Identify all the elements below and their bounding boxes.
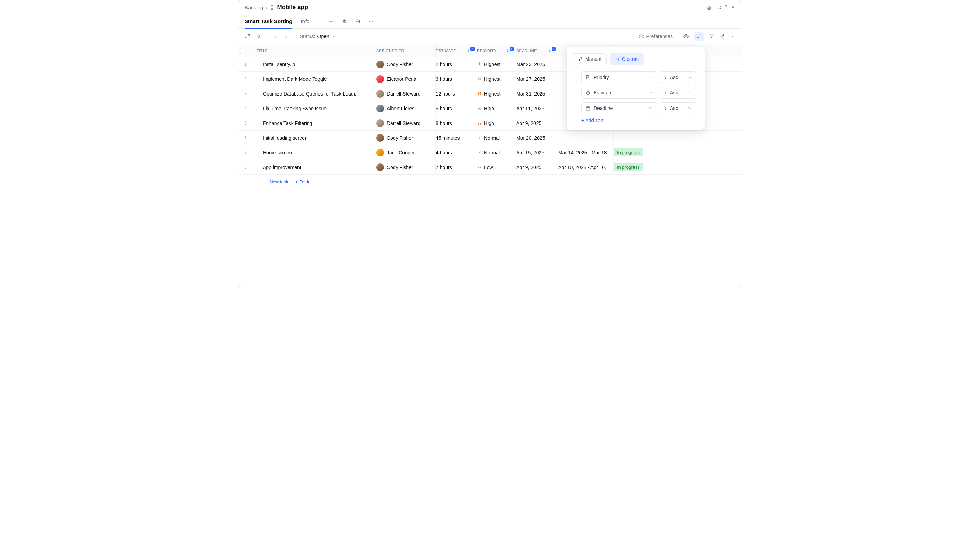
deadline-cell[interactable]: Mar 20, 2025 <box>516 130 558 145</box>
table-row[interactable]: 6Initial loading screenCody Fisher45 min… <box>238 130 742 145</box>
tab-smart-sorting[interactable]: Smart Task Sorting <box>245 14 292 28</box>
avatar <box>376 149 384 157</box>
sort-field-select[interactable]: Deadline <box>582 102 657 114</box>
search-icon[interactable] <box>256 33 262 39</box>
deadline-cell[interactable]: Apr 11, 2025 <box>516 101 558 115</box>
priority-cell[interactable]: High <box>477 101 516 115</box>
svg-point-21 <box>685 36 687 37</box>
collapse-all-icon[interactable] <box>273 34 278 39</box>
task-title[interactable]: Enhance Task Filtering <box>253 116 376 130</box>
filter-rows-icon[interactable] <box>283 34 288 39</box>
assignee-name: Cody Fisher <box>387 62 413 67</box>
task-title[interactable]: Initial loading screen <box>253 130 376 145</box>
estimate-cell[interactable]: 4 hours <box>436 145 477 160</box>
assignee-cell[interactable]: Eleanor Pena <box>376 72 436 86</box>
column-header-assigned[interactable]: Assigned To <box>376 45 436 57</box>
header-stat-alt[interactable]: 1 <box>706 5 714 10</box>
assignee-name: Cody Fisher <box>387 165 413 170</box>
status-cell[interactable]: In progress <box>613 160 658 174</box>
expand-icon[interactable] <box>245 33 250 39</box>
more-icon[interactable] <box>368 18 374 25</box>
status-cell[interactable] <box>613 130 658 145</box>
priority-cell[interactable]: Normal <box>477 130 516 145</box>
select-all-checkbox[interactable] <box>240 48 245 53</box>
deadline-cell[interactable]: Mar 23, 2025 <box>516 57 558 72</box>
table-row[interactable]: 7Home screenJane Cooper4 hoursNormalApr … <box>238 145 742 160</box>
deadline-cell[interactable]: Apr 15, 2025 <box>516 145 558 160</box>
duration-cell[interactable] <box>558 130 613 145</box>
task-title[interactable]: Fix Time Tracking Sync Issue <box>253 101 376 115</box>
tab-info[interactable]: Info <box>301 14 309 28</box>
column-header-estimate[interactable]: Estimate 2 <box>436 45 477 57</box>
column-header-title[interactable]: Title <box>253 45 376 57</box>
sort-direction-select[interactable]: Asc <box>660 102 696 114</box>
table-row[interactable]: 8App improvementCody Fisher7 hoursLowApr… <box>238 160 742 175</box>
row-number: 8 <box>238 160 253 174</box>
assignee-cell[interactable]: Cody Fisher <box>376 160 436 174</box>
image-icon[interactable] <box>355 18 361 25</box>
column-header-deadline[interactable]: Deadline 3 <box>516 45 558 57</box>
priority-cell[interactable]: Low <box>477 160 516 174</box>
sort-direction-select[interactable]: Asc <box>660 87 696 99</box>
assignee-cell[interactable]: Darrell Steward <box>376 87 436 101</box>
avatar <box>376 90 384 98</box>
assignee-cell[interactable]: Darrell Steward <box>376 116 436 130</box>
duration-cell[interactable]: Apr 10, 2023 - Apr 10, <box>558 160 613 174</box>
priority-cell[interactable]: Highest <box>477 72 516 86</box>
sort-field-select[interactable]: Priority <box>582 72 657 83</box>
assignee-cell[interactable]: Jane Cooper <box>376 145 436 160</box>
deadline-cell[interactable]: Mar 31, 2025 <box>516 87 558 101</box>
deadline-cell[interactable]: Apr 9, 2025 <box>516 160 558 174</box>
status-badge: In progress <box>613 148 643 157</box>
assignee-cell[interactable]: Albert Flores <box>376 101 436 115</box>
task-title[interactable]: Home screen <box>253 145 376 160</box>
estimate-cell[interactable]: 7 hours <box>436 160 477 174</box>
estimate-cell[interactable]: 3 hours <box>436 72 477 86</box>
task-title[interactable]: App improvement <box>253 160 376 174</box>
filter-icon[interactable] <box>709 33 714 39</box>
duration-cell[interactable]: Mar 14, 2025 - Mar 18 <box>558 145 613 160</box>
more-horizontal-icon[interactable] <box>730 33 735 39</box>
assignee-cell[interactable]: Cody Fisher <box>376 57 436 72</box>
sort-tab-custom[interactable]: Custom <box>610 53 643 65</box>
add-sort-link[interactable]: + Add sort <box>573 114 603 123</box>
priority-cell[interactable]: Highest <box>477 57 516 72</box>
sort-field-label: Deadline <box>593 105 613 111</box>
status-cell[interactable]: In progress <box>613 145 658 160</box>
assignee-cell[interactable]: Cody Fisher <box>376 130 436 145</box>
task-title[interactable]: Implement Dark Mode Toggle <box>253 72 376 86</box>
estimate-cell[interactable]: 2 hours <box>436 57 477 72</box>
new-folder-link[interactable]: + Folder <box>295 179 312 185</box>
breadcrumb-parent[interactable]: Backlog <box>245 5 263 10</box>
deadline-cell[interactable]: Apr 9, 2025 <box>516 116 558 130</box>
task-title[interactable]: Install sentry.io <box>253 57 376 72</box>
header-stat-people-count: 19 <box>723 4 727 8</box>
sort-direction-select[interactable]: Asc <box>660 72 696 83</box>
estimate-cell[interactable]: 45 minutes <box>436 130 477 145</box>
plus-icon[interactable] <box>328 18 334 25</box>
row-number: 5 <box>238 116 253 130</box>
pin-icon[interactable] <box>730 5 735 10</box>
preferences-button[interactable]: Preferences <box>639 33 673 39</box>
estimate-cell[interactable]: 12 hours <box>436 87 477 101</box>
svg-point-4 <box>718 6 720 7</box>
sort-icon[interactable] <box>694 32 704 41</box>
sort-tab-manual[interactable]: Manual <box>573 53 607 65</box>
status-dropdown[interactable]: Status: Open <box>300 33 336 39</box>
estimate-cell[interactable]: 8 hours <box>436 116 477 130</box>
priority-cell[interactable]: High <box>477 116 516 130</box>
column-header-priority[interactable]: Priority 1 <box>477 45 516 57</box>
priority-cell[interactable]: Normal <box>477 145 516 160</box>
share-icon[interactable] <box>719 33 725 39</box>
header-stat-people[interactable]: 19 <box>718 5 727 10</box>
task-title[interactable]: Optimize Database Queries for Task Loadi… <box>253 87 376 101</box>
robot-icon[interactable] <box>341 18 348 25</box>
priority-cell[interactable]: Highest <box>477 87 516 101</box>
new-task-link[interactable]: + New task <box>266 179 288 185</box>
row-number: 7 <box>238 145 253 160</box>
sort-field-select[interactable]: Estimate <box>582 87 657 99</box>
svg-rect-20 <box>640 37 643 38</box>
deadline-cell[interactable]: Mar 27, 2025 <box>516 72 558 86</box>
estimate-cell[interactable]: 5 hours <box>436 101 477 115</box>
eye-icon[interactable] <box>683 33 689 40</box>
